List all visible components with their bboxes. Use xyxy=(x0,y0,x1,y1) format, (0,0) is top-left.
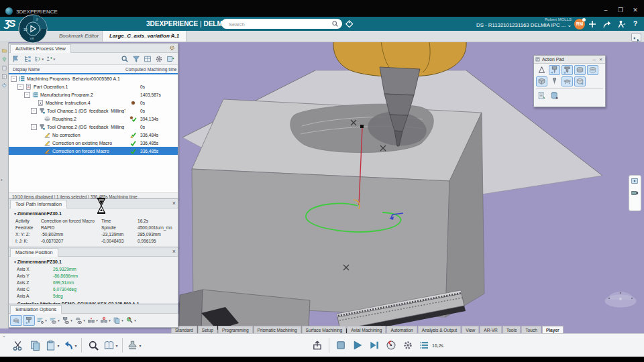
tree-item[interactable]: −Manufacturing Program.2 xyxy=(9,91,125,99)
col-machining-time[interactable]: Machining time xyxy=(148,67,178,72)
add-icon[interactable] xyxy=(588,19,597,29)
stock-cube-button[interactable] xyxy=(574,76,586,86)
paste-button[interactable]: ▾ xyxy=(44,337,60,354)
tpi-close-icon[interactable]: × xyxy=(172,199,176,208)
tree-expander-icon[interactable]: − xyxy=(31,108,37,114)
tree-row[interactable]: −Part Operation.10s xyxy=(9,82,178,90)
tree-row[interactable]: Correction on forced Macro336,485s xyxy=(9,147,178,155)
dropdown-arrow-icon[interactable]: ▾ xyxy=(115,343,117,348)
search-box[interactable] xyxy=(221,19,342,29)
machine-table-button[interactable] xyxy=(561,76,573,86)
dropdown-arrow-icon[interactable]: ▾ xyxy=(58,318,60,322)
toolpath-visibility-button[interactable]: ▾ xyxy=(48,315,60,326)
stamp-button[interactable]: ▾ xyxy=(126,337,142,354)
search-button[interactable] xyxy=(119,54,130,64)
filter-button[interactable] xyxy=(131,54,142,64)
user-block[interactable]: Robert MOLLS DS - R1132101231163 DELMIA … xyxy=(476,17,572,28)
workpiece-block[interactable] xyxy=(192,99,484,317)
checklist-button[interactable] xyxy=(536,90,547,101)
dropdown-arrow-icon[interactable]: ▾ xyxy=(45,318,47,322)
tree-expander-icon[interactable]: − xyxy=(24,92,30,98)
action-pad-close-icon[interactable]: × xyxy=(599,56,602,63)
tree-row[interactable]: −Tool Change.1 (DS_feedback_MillingTo...… xyxy=(9,107,178,115)
tree-level-button[interactable]: ▾ xyxy=(34,54,44,64)
mill-head-button[interactable] xyxy=(549,65,560,75)
tag2-icon[interactable] xyxy=(1,79,7,85)
gear-button[interactable] xyxy=(154,54,164,64)
avatar[interactable]: RM xyxy=(574,19,585,29)
tree-item[interactable]: Machine Instruction.4 xyxy=(9,99,125,107)
collaboration-icon[interactable] xyxy=(616,19,626,29)
tree-row[interactable]: Roughing.2394,134s xyxy=(9,115,178,123)
tree-item[interactable]: −Tool Change.1 (DS_feedback_MillingTo... xyxy=(9,107,125,115)
action-pad-header[interactable]: Action Pad – × xyxy=(534,56,605,64)
database-button[interactable] xyxy=(549,90,560,101)
zoom-lens-button[interactable] xyxy=(85,337,101,354)
resources-button[interactable]: ▾ xyxy=(45,54,56,64)
col-display-name[interactable]: Display Name xyxy=(9,67,123,72)
search-input[interactable] xyxy=(227,19,331,29)
new-tab-button[interactable]: + xyxy=(170,32,174,39)
note-icon[interactable] xyxy=(1,70,7,76)
toolbar-chevron-icon[interactable]: ⌄ xyxy=(2,333,6,339)
tree-item[interactable]: Roughing.2 xyxy=(9,115,125,123)
tree-row[interactable]: −Manufacturing Program.21403,587s xyxy=(9,90,178,99)
machine-visibility-button[interactable]: ▾ xyxy=(61,315,73,326)
machine-simulation-button[interactable] xyxy=(23,315,35,326)
action-pad-minimize-icon[interactable]: – xyxy=(593,56,596,63)
simopt-panel-title[interactable]: Simulation Options xyxy=(10,305,62,314)
tool-assembly-button[interactable] xyxy=(549,76,560,86)
mill-head2-button[interactable] xyxy=(561,65,573,75)
step-button[interactable] xyxy=(367,337,382,354)
simulation-data-button[interactable]: ▾ xyxy=(112,315,124,326)
mpos-panel-title[interactable]: Machine Position xyxy=(10,248,58,257)
material-removal-button[interactable] xyxy=(10,315,22,326)
workpiece-button[interactable] xyxy=(536,76,547,86)
dropdown-arrow-icon[interactable]: ▾ xyxy=(83,318,85,322)
search-icon[interactable] xyxy=(331,20,339,27)
tree-expander-icon[interactable]: − xyxy=(17,84,23,90)
stock-analysis-button[interactable]: ▾ xyxy=(125,315,137,326)
save-view-button[interactable] xyxy=(165,54,176,64)
tree-item[interactable]: −Tool Change.2 (DS_feedback_Milling_T... xyxy=(9,123,125,131)
columns-button[interactable] xyxy=(142,54,153,64)
maximize-button[interactable]: ❐ xyxy=(616,6,625,14)
stock2-button[interactable] xyxy=(587,65,598,75)
minimize-button[interactable]: – xyxy=(601,6,610,14)
tree-expander-icon[interactable]: − xyxy=(11,76,17,82)
tag-icon[interactable] xyxy=(345,19,354,29)
dropdown-arrow-icon[interactable]: ▾ xyxy=(121,318,123,322)
tree-item[interactable]: Correction on existing Macro xyxy=(9,139,125,147)
dropdown-arrow-icon[interactable]: ▾ xyxy=(139,343,141,348)
gear-button[interactable] xyxy=(400,337,415,354)
workspace-selector[interactable]: DS - R1132101231163 DELMIA IPC ... ⌄ xyxy=(476,23,572,28)
export-video-button[interactable] xyxy=(310,337,325,354)
filter-flag-button[interactable] xyxy=(11,54,21,64)
col-computed[interactable]: Computed xyxy=(123,67,147,72)
dropdown-arrow-icon[interactable]: ▾ xyxy=(42,57,44,61)
gem-icon[interactable] xyxy=(1,53,7,59)
catalog-button[interactable]: ▾ xyxy=(103,337,119,354)
tree-item[interactable]: −Part Operation.1 xyxy=(9,83,125,90)
toolpath-display-button[interactable]: ▾ xyxy=(36,315,48,326)
tree-item[interactable]: Correction on forced Macro xyxy=(9,147,125,155)
tpi-panel-title[interactable]: Tool Path Information xyxy=(10,200,67,208)
tree-row[interactable]: Machine Instruction.40s xyxy=(9,99,178,107)
dropdown-arrow-icon[interactable]: ▾ xyxy=(74,343,76,348)
tree-row[interactable]: −Machining Programs_Behavior00005580 A.1 xyxy=(9,74,178,82)
list-button[interactable] xyxy=(417,337,432,354)
dropdown-arrow-icon[interactable]: ▾ xyxy=(70,318,72,322)
dropdown-arrow-icon[interactable]: ▾ xyxy=(134,318,136,322)
stop-button[interactable] xyxy=(333,337,348,354)
panel-gear-icon[interactable] xyxy=(169,45,175,51)
close-button[interactable]: ✕ xyxy=(631,6,640,14)
collision-detection-button[interactable]: ▾ xyxy=(87,315,99,326)
tree-expander-icon[interactable]: − xyxy=(31,124,37,130)
3d-compass[interactable]: 3D V.R // / xyxy=(18,14,48,44)
screen-capture-button[interactable] xyxy=(630,176,639,186)
stock-button[interactable] xyxy=(574,65,586,75)
help-icon[interactable]: ? xyxy=(631,19,640,29)
tree-expand-button[interactable] xyxy=(22,54,33,64)
tpi-tool-name[interactable]: ▾ ZimmermannFZ30.1 xyxy=(9,208,178,217)
tree-row[interactable]: Correction on existing Macro336,485s xyxy=(9,139,178,147)
